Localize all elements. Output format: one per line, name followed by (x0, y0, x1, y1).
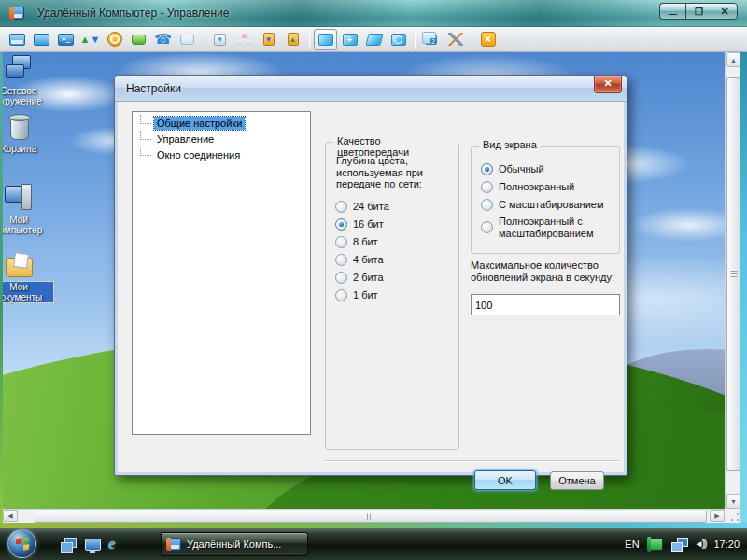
radio-label: Полноэкранный с масштабированием (499, 216, 609, 239)
blocks-icon[interactable] (233, 29, 256, 50)
resize-grip[interactable] (725, 509, 740, 523)
radio-icon[interactable] (481, 181, 493, 193)
view-scaled-glyph (365, 34, 383, 46)
radio-icon-selected[interactable] (335, 218, 347, 231)
desktop-icon-my-documents[interactable]: Мои документы (3, 250, 53, 302)
console-icon[interactable]: >_ (54, 29, 78, 50)
send-file-icon[interactable]: ▼ (208, 29, 232, 50)
task-button-remote-computer[interactable]: Удалённый Компь... (161, 532, 308, 556)
tree-item-connection-window[interactable]: Окно соединения (133, 147, 310, 162)
vertical-scrollbar[interactable]: ▲ ▼ (725, 52, 740, 509)
language-indicator[interactable]: EN (625, 539, 639, 550)
radio-icon[interactable] (481, 221, 493, 233)
radio-label: С масштабированием (499, 199, 603, 211)
radio-view-scaled[interactable]: С масштабированием (481, 198, 609, 211)
dialog-titlebar: Настройки (115, 76, 627, 102)
tree-item-label: Управление (154, 133, 217, 146)
file-transfer-arrows-icon[interactable]: ▲▼ (78, 29, 102, 50)
radio-label: 1 бит (353, 289, 378, 301)
cancel-button[interactable]: Отмена (550, 471, 604, 490)
call-icon[interactable]: ☎ (151, 29, 175, 50)
console-glyph: >_ (58, 34, 74, 46)
radio-1bit[interactable]: 1 бит (335, 288, 389, 301)
radio-icon[interactable] (335, 289, 347, 301)
screenshot-glyph (425, 35, 437, 45)
radio-icon[interactable] (335, 201, 347, 213)
screenshot-icon[interactable] (419, 29, 443, 50)
horizontal-scrollbar-thumb[interactable] (35, 511, 707, 523)
disconnect-icon[interactable]: × (476, 29, 500, 50)
down-arrow-glyph: ▼ (91, 34, 101, 45)
app-icon (9, 7, 24, 20)
dialog-close-icon[interactable] (594, 76, 622, 93)
show-desktop-icon[interactable] (84, 536, 101, 553)
tree-item-general[interactable]: Общие настройки (133, 115, 310, 131)
tree-item-label: Общие настройки (154, 117, 245, 130)
scroll-left-button[interactable]: ◀ (3, 510, 18, 522)
chat-glyph (132, 35, 146, 45)
scroll-down-button[interactable]: ▼ (726, 494, 740, 509)
scroll-up-button[interactable]: ▲ (726, 52, 740, 67)
quick-launch: e (60, 536, 125, 553)
network-tray-icon[interactable] (671, 538, 686, 551)
desktop-icon-label: Мои документы (3, 282, 53, 302)
radio-16bit[interactable]: 16 бит (335, 217, 389, 231)
radio-icon[interactable] (335, 272, 347, 284)
color-depth-options: 24 бита 16 бит 8 бит 4 бита (335, 200, 389, 306)
remote-service-tray-icon[interactable] (648, 538, 663, 551)
vertical-scrollbar-thumb[interactable] (726, 77, 740, 471)
clock[interactable]: 17:20 (713, 539, 740, 550)
scroll-right-button[interactable]: ▶ (710, 510, 725, 522)
radio-4bit[interactable]: 4 бита (335, 253, 389, 266)
radio-view-fullscreen-scaled[interactable]: Полноэкранный с масштабированием (481, 216, 609, 239)
chat-icon[interactable] (127, 29, 150, 50)
view-scaled-icon[interactable] (362, 29, 386, 50)
view-normal-icon[interactable] (314, 29, 337, 50)
view-fullscreen-icon[interactable] (338, 29, 361, 50)
settings-icon[interactable] (444, 29, 467, 50)
up-arrow-glyph: ▲ (80, 34, 91, 45)
horizontal-scrollbar[interactable]: ◀ ▶ (3, 509, 725, 523)
clipboard-copy-icon[interactable]: ▲ (281, 29, 304, 50)
desktop-icon-recycle-bin[interactable]: Корзина (3, 112, 53, 154)
radio-24bit[interactable]: 24 бита (335, 200, 389, 213)
internet-explorer-icon[interactable]: e (108, 536, 125, 553)
radio-label: 24 бита (353, 201, 389, 213)
toolbar-separator (204, 31, 204, 49)
clipboard-paste-icon[interactable]: ▼ (257, 29, 280, 50)
monitor-icon[interactable] (30, 29, 53, 50)
switch-windows-icon[interactable] (60, 536, 77, 553)
max-updates-input[interactable] (471, 294, 620, 315)
toolbar-separator (309, 31, 310, 49)
volume-tray-icon[interactable]: ◄))) (695, 538, 706, 551)
tree-item-label: Окно соединения (154, 148, 243, 161)
dialog-body: Общие настройки Управление Окно соединен… (115, 102, 627, 475)
radio-icon[interactable] (335, 254, 347, 266)
system-tray: EN ◄))) 17:20 (625, 528, 740, 560)
ok-button[interactable]: OK (474, 470, 536, 490)
tree-branch-line (140, 131, 151, 140)
start-button[interactable] (7, 529, 36, 558)
tree-item-management[interactable]: Управление (133, 131, 310, 147)
radio-icon[interactable] (335, 236, 347, 248)
power-icon[interactable] (103, 29, 126, 50)
radio-view-fullscreen[interactable]: Полноэкранный (481, 180, 609, 193)
minimize-button[interactable] (659, 3, 685, 20)
window-titlebar: Удалённый Компьютер - Управление (0, 0, 747, 27)
radio-8bit[interactable]: 8 бит (335, 235, 389, 248)
network-places-icon (3, 54, 35, 84)
desktop-icon-network[interactable]: Сетевое окружение (3, 54, 53, 106)
radio-icon-selected[interactable] (481, 163, 493, 175)
radio-label: Полноэкранный (499, 181, 574, 193)
radio-view-normal[interactable]: Обычный (481, 162, 609, 175)
close-button[interactable] (712, 3, 738, 20)
dialog-title: Настройки (126, 82, 181, 95)
radio-2bit[interactable]: 2 бита (335, 271, 389, 284)
message-icon[interactable] (176, 29, 199, 50)
radio-icon[interactable] (481, 199, 493, 211)
desktop-icon-my-computer[interactable]: Мой компьютер (3, 183, 53, 235)
maximize-button[interactable] (685, 3, 712, 20)
view-fullscreen-scaled-icon[interactable] (387, 29, 410, 50)
windows-flag-icon (16, 537, 29, 551)
remote-control-icon[interactable] (6, 29, 29, 50)
